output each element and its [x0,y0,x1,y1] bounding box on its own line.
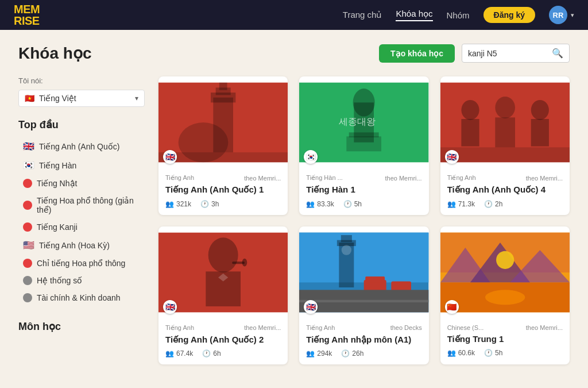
us-flag-icon: 🇺🇸 [23,240,34,251]
create-course-button[interactable]: Tạo khóa học [379,44,455,63]
sidebar-item-tieng-nhat[interactable]: Tiếng Nhật [18,175,145,192]
card-image-5: 🇬🇧 [299,226,428,318]
svg-point-49 [496,251,514,268]
course-card-4[interactable]: 🇬🇧 Tiếng Anh theo Memri... Tiếng Anh (An… [158,226,288,365]
chevron-down-icon[interactable]: ▾ [571,11,574,19]
sidebar-item-tieng-kanji[interactable]: Tiếng Kanji [18,218,145,236]
card-info-1: Tiếng Anh theo Memri... Tiếng Anh (Anh Q… [158,168,288,215]
red-dot-icon [23,259,32,268]
card-hours-3: 🕐 2h [484,200,502,208]
card-stats-4: 👥 67.4k 🕐 6h [165,349,281,358]
card-meta-2: Tiếng Hàn ... theo Memri... [306,174,421,182]
course-card-2[interactable]: 세종대왕 🇰🇷 Tiếng Hàn ... theo Memri... Tiến… [299,76,428,215]
gray-dot-icon [23,276,32,285]
card-image-2: 세종대왕 🇰🇷 [299,76,428,168]
sidebar-item-tieng-anh-hoa-ky[interactable]: 🇺🇸 Tiếng Anh (Hoa Kỳ) [18,236,145,255]
card-image-3: 🇬🇧 [440,76,570,168]
course-card-6[interactable]: 🇨🇳 Chinese (S... theo Memri... Tiếng Tru… [440,226,570,365]
clock-icon: 🕐 [484,200,493,208]
card-flag-5: 🇬🇧 [304,300,318,314]
svg-rect-4 [219,83,227,90]
page-header: Khóa học Tạo khóa học 🔍 [18,44,570,63]
card-students-6: 👥 60.6k [447,349,475,357]
logo[interactable]: MEM RISE [14,3,40,26]
hour-count: 3h [211,200,219,208]
card-students-3: 👥 71.3k [447,200,475,208]
card-flag-6: 🇨🇳 [445,300,459,314]
sidebar-item-tieng-han[interactable]: 🇰🇷 Tiếng Hàn [18,156,145,175]
card-lang-5: Tiếng Anh [306,324,335,332]
student-count: 71.3k [458,200,475,208]
search-icon[interactable]: 🔍 [552,48,563,59]
sidebar-item-label: Hệ thống số [37,276,82,285]
card-stats-2: 👥 83.3k 🕐 5h [306,200,421,208]
sidebar-item-label: Tiếng Kanji [37,222,78,232]
nav-khoa-hoc[interactable]: Khóa học [396,9,432,21]
people-icon: 👥 [165,349,174,358]
card-lang-2: Tiếng Hàn ... [306,174,342,182]
clock-icon: 🕐 [341,349,350,358]
card-students-1: 👥 321k [165,200,191,208]
student-count: 83.3k [317,200,334,208]
main-layout: Tôi nói: 🇻🇳 Tiếng Việt ▾ Top đầu 🇬🇧 Tiến… [18,76,570,364]
top-section-title: Top đầu [18,118,145,131]
sidebar-item-label: Tiếng Anh (Anh Quốc) [39,142,119,151]
card-stats-6: 👥 60.6k 🕐 5h [447,349,563,357]
sidebar: Tôi nói: 🇻🇳 Tiếng Việt ▾ Top đầu 🇬🇧 Tiến… [18,76,145,364]
hour-count: 26h [352,349,363,358]
card-flag-1: 🇬🇧 [163,150,177,164]
sidebar-item-tieng-hoa[interactable]: Tiếng Hoa phổ thông (giản thể) [18,192,145,218]
nav-trang-chu[interactable]: Trang chủ [343,10,382,20]
avatar[interactable]: RR [549,6,567,24]
card-image-1: 🇬🇧 [158,76,288,168]
sidebar-item-tai-chinh[interactable]: Tài chính & Kinh doanh [18,289,145,306]
clock-icon: 🕐 [484,349,493,357]
course-card-3[interactable]: 🇬🇧 Tiếng Anh theo Memri... Tiếng Anh (An… [440,76,570,215]
card-lang-4: Tiếng Anh [165,324,194,332]
clock-icon: 🕐 [202,349,211,358]
card-info-3: Tiếng Anh theo Memri... Tiếng Anh (Anh Q… [440,168,570,215]
sidebar-item-he-thong-so[interactable]: Hệ thống số [18,272,145,289]
clock-icon: 🕐 [343,200,352,208]
svg-rect-34 [366,276,385,282]
card-meta-4: Tiếng Anh theo Memri... [165,324,281,332]
nav-links: Trang chủ Khóa học Nhóm Đăng ký RR ▾ [343,6,574,24]
people-icon: 👥 [165,200,174,208]
hour-count: 5h [495,349,502,357]
card-title-3: Tiếng Anh (Anh Quốc) 4 [447,184,563,195]
student-count: 60.6k [458,349,475,357]
svg-point-14 [461,100,479,120]
sidebar-item-label: Tiếng Nhật [37,179,77,188]
signup-button[interactable]: Đăng ký [483,7,535,23]
search-input[interactable] [468,49,548,58]
sidebar-item-label: Tiếng Anh (Hoa Kỳ) [39,241,110,250]
student-count: 67.4k [176,349,193,358]
nav-nhom[interactable]: Nhóm [447,10,470,20]
card-author-2: theo Memri... [385,175,421,182]
people-icon: 👥 [447,349,456,357]
course-card-1[interactable]: 🇬🇧 Tiếng Anh theo Memri... Tiếng Anh (An… [158,76,288,215]
course-card-5[interactable]: 🇬🇧 Tiếng Anh theo Decks Tiếng Anh nhập m… [299,226,428,365]
language-selector[interactable]: 🇻🇳 Tiếng Việt ▾ [18,90,145,107]
card-title-5: Tiếng Anh nhập môn (A1) [306,334,421,345]
card-info-2: Tiếng Hàn ... theo Memri... Tiếng Hàn 1 … [299,168,428,215]
card-hours-4: 🕐 6h [202,349,220,358]
card-author-3: theo Memri... [526,175,563,182]
sidebar-item-label: Tiếng Hoa phổ thông (giản thể) [37,196,140,214]
language-label: Tôi nói: [18,76,145,85]
kr-flag-icon: 🇰🇷 [23,160,34,171]
card-info-5: Tiếng Anh theo Decks Tiếng Anh nhập môn … [299,318,428,365]
card-title-4: Tiếng Anh (Anh Quốc) 2 [165,334,281,345]
card-info-4: Tiếng Anh theo Memri... Tiếng Anh (Anh Q… [158,318,288,365]
card-lang-1: Tiếng Anh [165,174,194,182]
red-dot-icon [23,222,32,232]
user-avatar-wrapper: RR ▾ [549,6,574,24]
sidebar-item-tieng-anh-anh-quoc[interactable]: 🇬🇧 Tiếng Anh (Anh Quốc) [18,137,145,156]
card-hours-5: 🕐 26h [341,349,363,358]
selected-language: Tiếng Việt [39,94,130,103]
svg-rect-11 [347,136,382,151]
svg-point-48 [485,290,525,305]
svg-point-16 [495,97,515,118]
card-image-4: 🇬🇧 [158,226,288,318]
sidebar-item-chi-tieng-hoa[interactable]: Chỉ tiếng Hoa phổ thông [18,255,145,272]
